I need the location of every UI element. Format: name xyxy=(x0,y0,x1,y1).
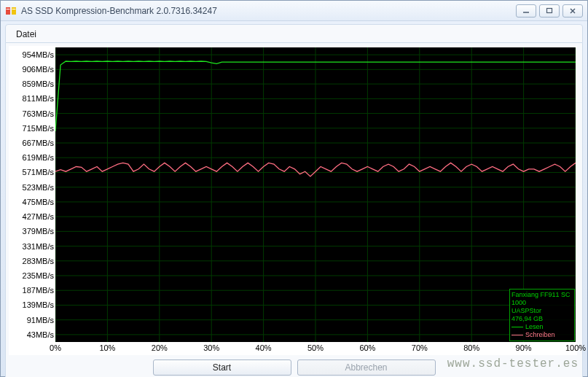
app-window: AS SSD Kompression-Benchmark 2.0.7316.34… xyxy=(0,0,588,377)
x-tick-label: 60% xyxy=(359,343,375,352)
y-tick-label: 475MB/s xyxy=(23,198,54,206)
window-controls xyxy=(516,4,583,18)
y-tick-label: 715MB/s xyxy=(23,124,54,133)
legend-device-2: 1000 xyxy=(511,299,573,307)
y-tick-label: 139MB/s xyxy=(23,300,54,309)
chart-area: 43MB/s91MB/s139MB/s187MB/s235MB/s283MB/s… xyxy=(9,46,577,355)
menubar: Datei xyxy=(5,24,583,43)
y-tick-label: 906MB/s xyxy=(23,65,54,74)
minimize-button[interactable] xyxy=(516,4,536,18)
legend-read-row: Lesen xyxy=(511,323,573,331)
y-tick-label: 811MB/s xyxy=(23,94,54,103)
y-tick-label: 283MB/s xyxy=(23,257,54,265)
chart-svg xyxy=(55,47,576,342)
svg-rect-5 xyxy=(547,8,552,12)
window-title: AS SSD Kompression-Benchmark 2.0.7316.34… xyxy=(21,6,516,16)
legend-capacity: 476,94 GB xyxy=(511,315,573,323)
legend-write-row: Schreiben xyxy=(511,331,573,339)
x-tick-label: 90% xyxy=(516,343,532,352)
legend-read-label: Lesen xyxy=(525,323,544,331)
maximize-icon xyxy=(546,7,553,15)
titlebar[interactable]: AS SSD Kompression-Benchmark 2.0.7316.34… xyxy=(1,1,587,21)
y-tick-label: 619MB/s xyxy=(23,153,54,162)
x-tick-label: 10% xyxy=(99,343,115,352)
x-tick-label: 30% xyxy=(203,343,219,352)
svg-rect-3 xyxy=(12,9,16,9)
y-tick-label: 427MB/s xyxy=(23,212,54,221)
y-tick-label: 43MB/s xyxy=(27,330,54,339)
y-tick-label: 331MB/s xyxy=(23,242,54,251)
close-button[interactable] xyxy=(562,4,583,18)
legend-read-swatch xyxy=(511,327,523,327)
svg-rect-0 xyxy=(6,7,10,15)
x-tick-label: 20% xyxy=(152,343,168,352)
x-tick-label: 100% xyxy=(565,343,586,352)
chart-plot: Fanxiang FF911 SC 1000 UASPStor 476,94 G… xyxy=(55,47,576,342)
menu-file[interactable]: Datei xyxy=(12,28,41,41)
legend-device: Fanxiang FF911 SC xyxy=(511,291,573,299)
app-icon xyxy=(5,5,17,17)
legend-write-label: Schreiben xyxy=(525,331,555,339)
x-tick-label: 80% xyxy=(463,343,479,352)
legend-write-swatch xyxy=(511,335,523,335)
y-tick-label: 571MB/s xyxy=(23,168,54,176)
y-tick-label: 379MB/s xyxy=(23,227,54,236)
y-tick-label: 523MB/s xyxy=(23,183,54,192)
y-tick-label: 667MB/s xyxy=(23,139,54,147)
x-axis: 0%10%20%30%40%50%60%70%80%90%100% xyxy=(55,343,576,355)
minimize-icon xyxy=(522,8,530,14)
y-tick-label: 91MB/s xyxy=(27,316,54,324)
y-tick-label: 954MB/s xyxy=(23,50,54,59)
start-button[interactable]: Start xyxy=(153,359,291,376)
cancel-button[interactable]: Abbrechen xyxy=(297,359,436,376)
button-row: Start Abbrechen xyxy=(9,359,579,376)
y-tick-label: 187MB/s xyxy=(23,286,54,295)
y-tick-label: 235MB/s xyxy=(23,271,54,280)
x-tick-label: 70% xyxy=(412,343,428,352)
x-tick-label: 0% xyxy=(50,343,61,352)
legend-controller: UASPStor xyxy=(511,307,573,315)
y-tick-label: 859MB/s xyxy=(23,79,54,88)
y-tick-label: 763MB/s xyxy=(23,109,54,118)
close-icon xyxy=(569,7,576,15)
legend-box: Fanxiang FF911 SC 1000 UASPStor 476,94 G… xyxy=(509,289,575,341)
y-axis: 43MB/s91MB/s139MB/s187MB/s235MB/s283MB/s… xyxy=(9,47,55,342)
x-tick-label: 50% xyxy=(307,343,324,352)
x-tick-label: 40% xyxy=(256,343,272,352)
content-area: 43MB/s91MB/s139MB/s187MB/s235MB/s283MB/s… xyxy=(5,43,583,377)
svg-rect-2 xyxy=(7,9,10,9)
maximize-button[interactable] xyxy=(539,4,560,18)
svg-rect-1 xyxy=(12,7,16,15)
